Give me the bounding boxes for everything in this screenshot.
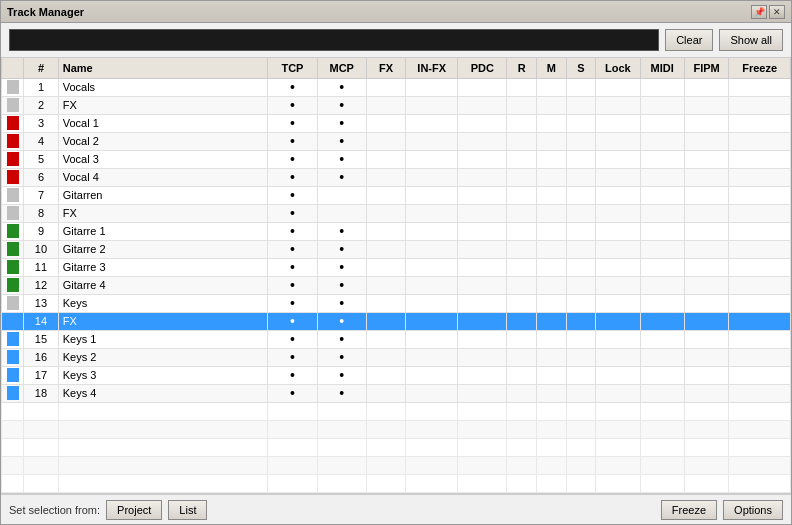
search-input[interactable] — [9, 29, 659, 51]
track-freeze[interactable] — [729, 258, 791, 276]
table-row[interactable]: 10Gitarre 2•• — [2, 240, 791, 258]
track-mcp[interactable]: • — [317, 78, 366, 96]
track-r[interactable] — [507, 312, 537, 330]
track-fx[interactable] — [366, 330, 405, 348]
track-pdc[interactable] — [458, 96, 507, 114]
track-tcp[interactable]: • — [268, 222, 317, 240]
track-r[interactable] — [507, 240, 537, 258]
track-pdc[interactable] — [458, 150, 507, 168]
track-pdc[interactable] — [458, 258, 507, 276]
track-m[interactable] — [537, 96, 567, 114]
track-fipm[interactable] — [684, 114, 728, 132]
track-mcp[interactable] — [317, 186, 366, 204]
track-infx[interactable] — [406, 96, 458, 114]
table-row[interactable]: 3Vocal 1•• — [2, 114, 791, 132]
track-lock[interactable] — [596, 240, 640, 258]
pin-button[interactable]: 📌 — [751, 5, 767, 19]
track-fx[interactable] — [366, 204, 405, 222]
track-freeze[interactable] — [729, 78, 791, 96]
track-m[interactable] — [537, 258, 567, 276]
track-r[interactable] — [507, 204, 537, 222]
track-m[interactable] — [537, 168, 567, 186]
track-mcp[interactable]: • — [317, 150, 366, 168]
track-fipm[interactable] — [684, 348, 728, 366]
track-s[interactable] — [566, 312, 596, 330]
track-lock[interactable] — [596, 96, 640, 114]
track-mcp[interactable]: • — [317, 384, 366, 402]
track-s[interactable] — [566, 348, 596, 366]
track-mcp[interactable]: • — [317, 276, 366, 294]
track-freeze[interactable] — [729, 366, 791, 384]
table-row[interactable]: 16Keys 2•• — [2, 348, 791, 366]
track-s[interactable] — [566, 186, 596, 204]
track-r[interactable] — [507, 330, 537, 348]
track-mcp[interactable]: • — [317, 366, 366, 384]
track-tcp[interactable]: • — [268, 186, 317, 204]
track-fipm[interactable] — [684, 330, 728, 348]
track-s[interactable] — [566, 366, 596, 384]
track-m[interactable] — [537, 204, 567, 222]
track-fipm[interactable] — [684, 384, 728, 402]
track-fx[interactable] — [366, 114, 405, 132]
track-s[interactable] — [566, 168, 596, 186]
track-midi[interactable] — [640, 150, 684, 168]
track-lock[interactable] — [596, 222, 640, 240]
track-tcp[interactable]: • — [268, 312, 317, 330]
track-midi[interactable] — [640, 186, 684, 204]
track-lock[interactable] — [596, 366, 640, 384]
track-fipm[interactable] — [684, 222, 728, 240]
track-m[interactable] — [537, 150, 567, 168]
table-row[interactable]: 11Gitarre 3•• — [2, 258, 791, 276]
track-pdc[interactable] — [458, 78, 507, 96]
track-s[interactable] — [566, 204, 596, 222]
track-fipm[interactable] — [684, 258, 728, 276]
track-midi[interactable] — [640, 330, 684, 348]
track-tcp[interactable]: • — [268, 132, 317, 150]
table-row[interactable]: 18Keys 4•• — [2, 384, 791, 402]
track-infx[interactable] — [406, 150, 458, 168]
track-fipm[interactable] — [684, 276, 728, 294]
track-midi[interactable] — [640, 348, 684, 366]
track-pdc[interactable] — [458, 240, 507, 258]
track-r[interactable] — [507, 132, 537, 150]
track-lock[interactable] — [596, 78, 640, 96]
track-midi[interactable] — [640, 204, 684, 222]
project-button[interactable]: Project — [106, 500, 162, 520]
track-infx[interactable] — [406, 276, 458, 294]
track-s[interactable] — [566, 150, 596, 168]
track-freeze[interactable] — [729, 384, 791, 402]
track-pdc[interactable] — [458, 312, 507, 330]
track-fipm[interactable] — [684, 204, 728, 222]
table-row[interactable]: 12Gitarre 4•• — [2, 276, 791, 294]
track-pdc[interactable] — [458, 330, 507, 348]
track-pdc[interactable] — [458, 294, 507, 312]
close-button[interactable]: ✕ — [769, 5, 785, 19]
track-infx[interactable] — [406, 312, 458, 330]
table-row[interactable]: 14FX•• — [2, 312, 791, 330]
track-mcp[interactable]: • — [317, 258, 366, 276]
track-midi[interactable] — [640, 276, 684, 294]
track-fx[interactable] — [366, 294, 405, 312]
track-lock[interactable] — [596, 204, 640, 222]
track-freeze[interactable] — [729, 348, 791, 366]
track-mcp[interactable]: • — [317, 168, 366, 186]
table-row[interactable]: 5Vocal 3•• — [2, 150, 791, 168]
track-lock[interactable] — [596, 114, 640, 132]
track-mcp[interactable]: • — [317, 132, 366, 150]
track-mcp[interactable]: • — [317, 330, 366, 348]
track-tcp[interactable]: • — [268, 294, 317, 312]
track-infx[interactable] — [406, 258, 458, 276]
track-fipm[interactable] — [684, 96, 728, 114]
track-m[interactable] — [537, 186, 567, 204]
track-fipm[interactable] — [684, 312, 728, 330]
track-pdc[interactable] — [458, 204, 507, 222]
track-r[interactable] — [507, 258, 537, 276]
track-lock[interactable] — [596, 348, 640, 366]
track-r[interactable] — [507, 114, 537, 132]
track-infx[interactable] — [406, 294, 458, 312]
track-s[interactable] — [566, 294, 596, 312]
track-r[interactable] — [507, 348, 537, 366]
freeze-button[interactable]: Freeze — [661, 500, 717, 520]
track-freeze[interactable] — [729, 150, 791, 168]
track-m[interactable] — [537, 294, 567, 312]
